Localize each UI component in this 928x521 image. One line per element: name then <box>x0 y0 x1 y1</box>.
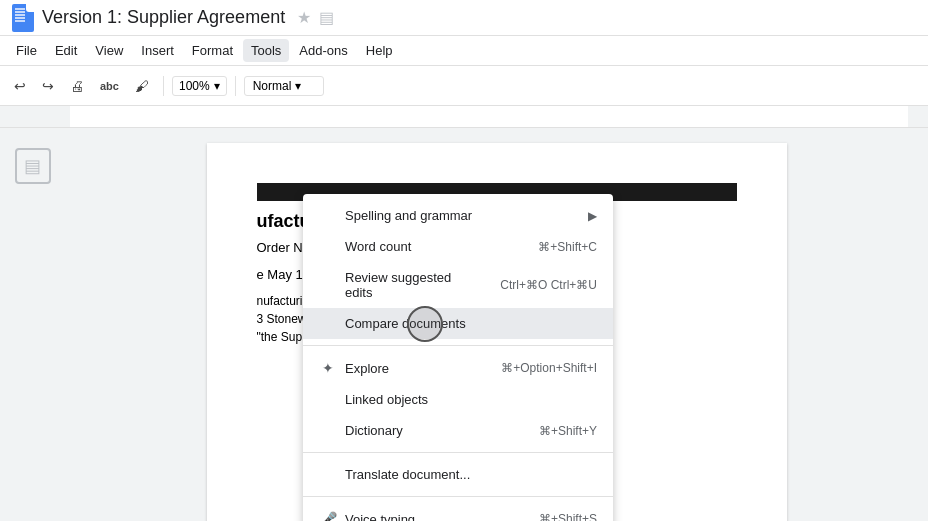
menu-edit[interactable]: Edit <box>47 39 85 62</box>
menu-item-word-count[interactable]: Word count ⌘+Shift+C <box>303 231 613 262</box>
tools-dropdown-menu: Spelling and grammar ▶ Word count ⌘+Shif… <box>303 194 613 521</box>
toolbar-separator-1 <box>163 76 164 96</box>
explore-prefix-icon: ✦ <box>319 360 337 376</box>
divider-3 <box>303 496 613 497</box>
toolbar: ↩ ↪ 🖨 abc 🖌 100% ▾ Normal ▾ <box>0 66 928 106</box>
explore-label: Explore <box>345 361 481 376</box>
menu-file[interactable]: File <box>8 39 45 62</box>
content-area: ▤ ufacturing Corp. Supplier A Order No: … <box>0 128 928 521</box>
dictionary-shortcut: ⌘+Shift+Y <box>539 424 597 438</box>
menu-item-translate[interactable]: Translate document... <box>303 459 613 490</box>
menu-format[interactable]: Format <box>184 39 241 62</box>
menu-item-review-edits[interactable]: Review suggested edits Ctrl+⌘O Ctrl+⌘U <box>303 262 613 308</box>
voice-typing-label: Voice typing... <box>345 512 519 522</box>
zoom-arrow: ▾ <box>214 79 220 93</box>
review-edits-shortcut: Ctrl+⌘O Ctrl+⌘U <box>500 278 597 292</box>
undo-button[interactable]: ↩ <box>8 74 32 98</box>
linked-objects-label: Linked objects <box>345 392 597 407</box>
doc-title: Version 1: Supplier Agreement <box>42 7 285 28</box>
menu-item-spelling[interactable]: Spelling and grammar ▶ <box>303 200 613 231</box>
menu-item-compare-docs[interactable]: Compare documents <box>303 308 613 339</box>
word-count-label: Word count <box>345 239 518 254</box>
menu-view[interactable]: View <box>87 39 131 62</box>
voice-typing-shortcut: ⌘+Shift+S <box>539 512 597 521</box>
redo-button[interactable]: ↪ <box>36 74 60 98</box>
menu-addons[interactable]: Add-ons <box>291 39 355 62</box>
star-icon[interactable]: ★ <box>297 8 311 27</box>
menu-item-explore[interactable]: ✦ Explore ⌘+Option+Shift+I <box>303 352 613 384</box>
menu-item-voice-typing[interactable]: 🎤 Voice typing... ⌘+Shift+S <box>303 503 613 521</box>
menu-item-dictionary[interactable]: Dictionary ⌘+Shift+Y <box>303 415 613 446</box>
word-count-shortcut: ⌘+Shift+C <box>538 240 597 254</box>
style-arrow: ▾ <box>295 79 301 93</box>
sidebar-page-icon[interactable]: ▤ <box>15 148 51 184</box>
divider-2 <box>303 452 613 453</box>
sidebar: ▤ <box>0 128 65 521</box>
spelling-arrow-icon: ▶ <box>588 209 597 223</box>
ruler <box>0 106 928 128</box>
toolbar-separator-2 <box>235 76 236 96</box>
menu-insert[interactable]: Insert <box>133 39 182 62</box>
title-bar: Version 1: Supplier Agreement ★ ▤ <box>0 0 928 36</box>
voice-typing-prefix-icon: 🎤 <box>319 511 337 521</box>
doc-icon <box>12 4 34 32</box>
menu-help[interactable]: Help <box>358 39 401 62</box>
spelling-label: Spelling and grammar <box>345 208 588 223</box>
print-button[interactable]: 🖨 <box>64 74 90 98</box>
style-value: Normal <box>253 79 292 93</box>
menu-bar: File Edit View Insert Format Tools Add-o… <box>0 36 928 66</box>
paint-format-button[interactable]: 🖌 <box>129 74 155 98</box>
style-control[interactable]: Normal ▾ <box>244 76 324 96</box>
menu-item-linked-objects[interactable]: Linked objects <box>303 384 613 415</box>
zoom-value: 100% <box>179 79 210 93</box>
menu-tools[interactable]: Tools <box>243 39 289 62</box>
translate-label: Translate document... <box>345 467 597 482</box>
ruler-white-area <box>70 106 908 127</box>
folder-icon[interactable]: ▤ <box>319 8 334 27</box>
explore-shortcut: ⌘+Option+Shift+I <box>501 361 597 375</box>
compare-docs-label: Compare documents <box>345 316 597 331</box>
review-edits-label: Review suggested edits <box>345 270 480 300</box>
zoom-control[interactable]: 100% ▾ <box>172 76 227 96</box>
spellcheck-button[interactable]: abc <box>94 76 125 96</box>
divider-1 <box>303 345 613 346</box>
dictionary-label: Dictionary <box>345 423 519 438</box>
